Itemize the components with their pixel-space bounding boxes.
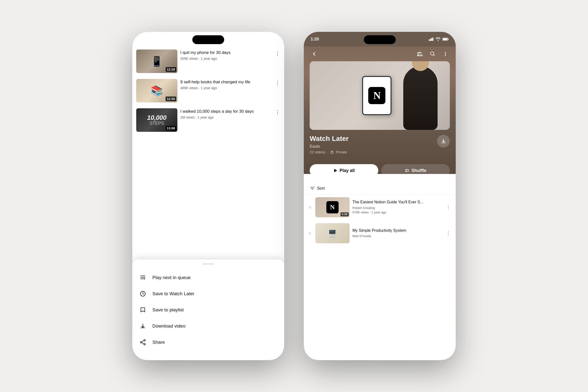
nav-right-icons [414, 48, 451, 59]
hero-content: N [310, 61, 450, 130]
right-phone: 1:20 [304, 32, 456, 360]
watch-later-label: Save to Watch Later [152, 291, 194, 296]
svg-rect-17 [331, 152, 333, 154]
sort-bar: Sort [304, 181, 456, 194]
playlist-video-item-2[interactable]: ≡ 🖥️ My Simple Productivity System Matt … [304, 220, 456, 246]
more-button[interactable] [440, 48, 451, 59]
video-title-3: I walked 10,000 steps a day for 30 days [180, 109, 272, 114]
person-figure [396, 61, 445, 130]
bottom-sheet: Play next in queue Save to Watch Later [132, 260, 284, 360]
playlist-list: Sort ≡ N 6:55 The Easiest Notion Guide Y… [304, 181, 456, 360]
more-button-2[interactable]: ⋮ [275, 79, 280, 86]
download-label: Download video [152, 324, 186, 329]
duration-3: 13:08 [166, 126, 176, 130]
status-time: 1:20 [311, 37, 319, 42]
svg-rect-7 [432, 38, 434, 41]
privacy-label: Private [336, 150, 347, 154]
playlist-author: Easlo [310, 144, 450, 149]
playlist-actions: Play all Shuffle [310, 164, 450, 177]
pl-video-meta-2: Matt D'Avella [352, 234, 442, 238]
dynamic-island-right [364, 35, 396, 44]
svg-point-15 [445, 54, 446, 54]
pl-video-title-1: The Easiest Notion Guide You'll Ever S..… [352, 200, 442, 205]
video-item-1[interactable]: 📱 12:29 I quit my phone for 30 days 509K… [132, 46, 284, 76]
sheet-item-share[interactable]: Share [132, 334, 284, 350]
sheet-item-playlist[interactable]: Save to playlist [132, 302, 284, 318]
svg-point-1 [144, 340, 145, 341]
queue-label: Play next in queue [152, 275, 190, 280]
more-button-3[interactable]: ⋮ [275, 108, 280, 116]
right-phone-screen: 1:20 [304, 32, 456, 360]
sheet-item-download[interactable]: Download video [132, 318, 284, 334]
play-all-button[interactable]: Play all [310, 164, 378, 177]
playlist-stats: 22 videos · Private [310, 150, 450, 154]
left-phone-screen: 📱 12:29 I quit my phone for 30 days 509K… [132, 32, 284, 360]
thumbnail-2: 📚 12:30 [136, 79, 178, 102]
video-title-2: 9 self-help books that changed my life [180, 80, 272, 85]
pl-thumbnail-2: 🖥️ [315, 223, 350, 243]
play-icon [333, 168, 338, 173]
wifi-icon [436, 37, 440, 41]
left-phone: 📱 12:29 I quit my phone for 30 days 509K… [132, 32, 284, 360]
video-meta-2: 489K views · 1 year ago [180, 86, 272, 90]
shuffle-icon [405, 168, 410, 173]
svg-point-14 [445, 52, 446, 53]
thumbnail-3: 10,000 STEPS 13:08 [136, 108, 178, 132]
playlist-video-item-1[interactable]: ≡ N 6:55 The Easiest Notion Guide You'll… [304, 194, 456, 220]
battery-icon [442, 38, 449, 41]
svg-point-2 [140, 342, 142, 343]
video-count: 22 videos [310, 150, 325, 154]
dynamic-island-left [192, 35, 224, 44]
svg-point-12 [418, 55, 419, 56]
svg-rect-5 [430, 39, 431, 41]
share-icon [139, 338, 146, 346]
svg-rect-10 [443, 38, 447, 40]
signal-icon [429, 38, 434, 41]
clock-icon [139, 290, 146, 298]
svg-rect-9 [448, 39, 448, 40]
video-info-1: I quit my phone for 30 days 509K views ·… [180, 50, 272, 60]
sheet-item-queue[interactable]: Play next in queue [132, 270, 284, 286]
svg-rect-6 [431, 38, 432, 41]
bookmark-icon [139, 306, 146, 314]
queue-icon [139, 274, 146, 281]
sort-label: Sort [317, 186, 324, 191]
svg-point-16 [445, 55, 446, 56]
cast-button[interactable] [414, 48, 425, 59]
thumbnail-1: 📱 12:29 [136, 50, 178, 73]
video-title-1: I quit my phone for 30 days [180, 50, 272, 55]
video-item-2[interactable]: 📚 12:30 9 self-help books that changed m… [132, 76, 284, 105]
back-button[interactable] [309, 48, 320, 59]
playlist-label: Save to playlist [152, 307, 184, 312]
notion-logo: N [368, 87, 386, 104]
download-fab[interactable] [437, 135, 450, 148]
pl-thumbnail-1: N 6:55 [315, 197, 350, 217]
more-button-1[interactable]: ⋮ [275, 50, 280, 57]
video-info-2: 9 self-help books that changed my life 4… [180, 79, 272, 90]
play-all-label: Play all [340, 168, 355, 173]
pl-more-button-1[interactable]: ⋮ [445, 203, 452, 211]
svg-rect-4 [429, 40, 430, 41]
share-label: Share [152, 340, 165, 345]
tablet-mockup: N [362, 76, 392, 115]
drag-handle-1: ≡ [308, 205, 312, 210]
pl-video-info-1: The Easiest Notion Guide You'll Ever S..… [352, 200, 442, 214]
video-item-3[interactable]: 10,000 STEPS 13:08 I walked 10,000 steps… [132, 105, 284, 135]
sheet-handle [202, 264, 214, 264]
pl-more-button-2[interactable]: ⋮ [445, 229, 452, 237]
top-nav [304, 46, 456, 61]
duration-2: 12:30 [166, 96, 176, 101]
svg-point-3 [144, 344, 145, 345]
sheet-item-watch-later[interactable]: Save to Watch Later [132, 286, 284, 302]
sort-icon [310, 186, 315, 191]
shuffle-button[interactable]: Shuffle [381, 164, 450, 177]
lock-icon [330, 150, 334, 154]
pl-video-meta-1: Robert Creating 578K views · 1 year ago [352, 206, 442, 214]
pl-duration-1: 6:55 [340, 212, 348, 216]
search-button[interactable] [427, 48, 438, 59]
duration-1: 12:29 [166, 67, 176, 72]
pl-video-title-2: My Simple Productivity System [352, 228, 442, 233]
pl-video-info-2: My Simple Productivity System Matt D'Ave… [352, 228, 442, 239]
shuffle-label: Shuffle [412, 168, 426, 173]
download-icon [139, 322, 146, 330]
